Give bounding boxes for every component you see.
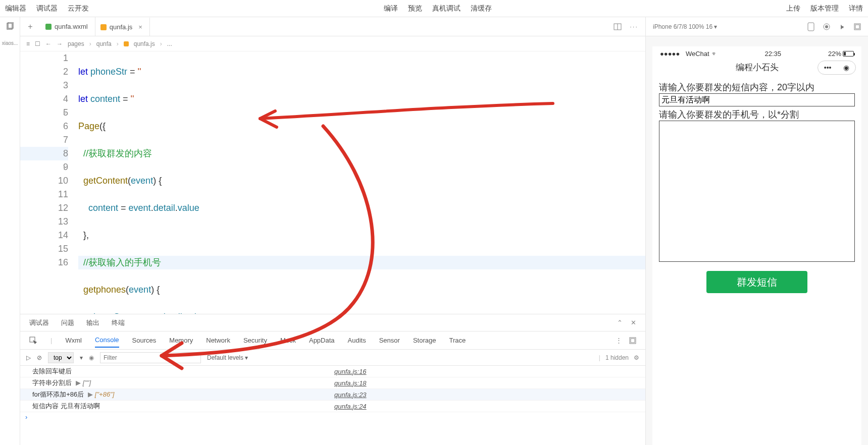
devtab-trace[interactable]: Trace (449, 333, 466, 347)
devtab-wxml[interactable]: Wxml (65, 333, 82, 347)
debug-tab[interactable]: 问题 (61, 318, 74, 327)
clear-icon[interactable]: ⊘ (37, 354, 42, 361)
devtab-audits[interactable]: Audits (348, 333, 366, 347)
console-row[interactable]: for循环添加+86后 ▶["+86"]qunfa.js:23 (20, 389, 645, 401)
app-titlebar: 编程小石头 •••◉ (653, 59, 861, 79)
menu-clear-cache[interactable]: 清缓存 (471, 4, 492, 13)
devtab-network[interactable]: Network (206, 333, 230, 347)
phone-icon[interactable] (807, 22, 814, 31)
menu-editor[interactable]: 编辑器 (5, 4, 26, 13)
more-icon[interactable]: ••• (824, 64, 832, 72)
more-icon[interactable]: ··· (630, 23, 638, 30)
capsule-buttons[interactable]: •••◉ (818, 61, 856, 75)
mute-icon[interactable]: 🕨 (839, 23, 846, 31)
status-time: 22:35 (765, 50, 782, 58)
menu-cloud[interactable]: 云开发 (68, 4, 89, 13)
new-tab-button[interactable]: + (20, 22, 40, 31)
file-icon (45, 24, 52, 30)
forward-icon[interactable]: → (57, 40, 63, 47)
filter-input[interactable] (100, 352, 201, 363)
dock-icon[interactable] (629, 337, 636, 344)
chevron-down-icon[interactable]: ▾ (80, 354, 83, 361)
devtab-appdata[interactable]: AppData (309, 333, 335, 347)
crumb[interactable]: qunfa.js (134, 40, 155, 47)
file-icon (100, 24, 107, 30)
play-icon[interactable]: ▷ (26, 354, 31, 361)
console-row[interactable]: 短信内容 元旦有活动啊qunfa.js:24 (20, 401, 645, 412)
source-link[interactable]: qunfa.js:23 (334, 391, 636, 399)
menu-icon[interactable]: ≡ (26, 40, 30, 47)
menu-remote-debug[interactable]: 真机调试 (432, 4, 461, 13)
dock-icon[interactable] (854, 23, 861, 30)
crumb[interactable]: qunfa (96, 40, 112, 47)
content-label: 请输入你要群发的短信内容，20字以内 (659, 81, 855, 93)
wifi-icon: ᯤ (711, 50, 718, 58)
menu-version[interactable]: 版本管理 (810, 4, 839, 13)
target-icon[interactable]: ◉ (843, 64, 849, 72)
close-icon[interactable]: × (138, 23, 142, 31)
inspect-icon[interactable] (29, 337, 37, 345)
file-icon (124, 41, 129, 46)
more-icon[interactable]: ⋮ (616, 337, 622, 344)
device-select[interactable]: iPhone 6/7/8 100% 16 ▾ (653, 23, 717, 30)
source-link[interactable]: qunfa.js:18 (334, 379, 636, 387)
chevron-up-icon[interactable]: ⌃ (617, 319, 623, 326)
console-prompt[interactable]: › (20, 412, 645, 422)
hidden-count: 1 hidden (605, 354, 629, 361)
console-row[interactable]: 去除回车键后qunfa.js:16 (20, 366, 645, 377)
source-link[interactable]: qunfa.js:24 (334, 403, 636, 410)
devtab-storage[interactable]: Storage (413, 333, 436, 347)
crumb[interactable]: pages (68, 40, 84, 47)
phones-label: 请输入你要群发的手机号，以*分割 (659, 108, 855, 121)
console-output[interactable]: 去除回车键后qunfa.js:16 字符串分割后 ▶[""]qunfa.js:1… (20, 366, 645, 445)
send-button[interactable]: 群发短信 (706, 271, 807, 293)
phone-screen: ●●●●● WeChatᯤ 22:35 22% 编程小石头 •••◉ 请输入你要… (652, 46, 861, 445)
fold-icon[interactable]: ⌄ (61, 163, 67, 170)
devtab-mock[interactable]: Mock (280, 333, 296, 347)
console-toolbar: ▷ ⊘ top ▾ ◉ Default levels ▾ | 1 hidden … (20, 350, 645, 366)
back-icon[interactable]: ← (45, 40, 52, 47)
devtab-security[interactable]: Security (243, 333, 267, 347)
form-area: 请输入你要群发的短信内容，20字以内 请输入你要群发的手机号，以*分割 群发短信 (653, 79, 861, 293)
tab-label: qunfa.js (110, 23, 133, 31)
debug-tab[interactable]: 终端 (112, 318, 125, 327)
menu-left: 编辑器 调试器 云开发 (5, 4, 89, 13)
tab-qunfa-js[interactable]: qunfa.js × (95, 17, 150, 36)
battery-icon (843, 51, 854, 57)
fold-icon[interactable]: ⌄ (61, 109, 67, 115)
menu-upload[interactable]: 上传 (786, 4, 800, 13)
gear-icon[interactable]: ⚙ (634, 354, 639, 361)
activity-bar: xiaos... (0, 17, 20, 445)
debug-tab[interactable]: 调试器 (29, 318, 49, 327)
code-editor[interactable]: 1 2 3 4 ⌄5 6 7 8 ⌄9 10 11 12 13 14 15 16… (20, 51, 645, 314)
code-source[interactable]: let phoneStr = '' let content = '' Page(… (78, 51, 645, 314)
devtab-sources[interactable]: Sources (132, 333, 157, 347)
eye-icon[interactable]: ◉ (89, 354, 94, 361)
menu-details[interactable]: 详情 (849, 4, 863, 13)
devtab-console[interactable]: Console (95, 333, 119, 348)
menu-preview[interactable]: 预览 (408, 4, 422, 13)
menu-debugger[interactable]: 调试器 (36, 4, 58, 13)
scope-select[interactable]: top (48, 352, 74, 363)
crumb: ... (167, 40, 172, 47)
menu-bar: 编辑器 调试器 云开发 编译 预览 真机调试 清缓存 上传 版本管理 详情 (0, 0, 868, 17)
content-input[interactable] (659, 93, 855, 106)
console-row[interactable]: 字符串分割后 ▶[""]qunfa.js:18 (20, 377, 645, 389)
close-icon[interactable]: ✕ (631, 319, 636, 326)
tab-qunfa-wxml[interactable]: qunfa.wxml (40, 17, 95, 36)
menu-compile[interactable]: 编译 (384, 4, 398, 13)
source-link[interactable]: qunfa.js:16 (334, 368, 636, 375)
debug-tab[interactable]: 输出 (86, 318, 99, 327)
levels-select[interactable]: Default levels ▾ (207, 354, 248, 361)
phones-textarea[interactable] (659, 121, 855, 262)
preview-toolbar: iPhone 6/7/8 100% 16 ▾ 🕨 (646, 17, 868, 36)
split-icon[interactable] (614, 23, 622, 31)
record-icon[interactable] (823, 23, 831, 31)
app-title: 编程小石头 (736, 62, 779, 73)
files-icon[interactable] (6, 22, 14, 30)
devtab-memory[interactable]: Memory (169, 333, 193, 347)
bookmark-icon[interactable]: ☐ (35, 40, 40, 47)
devtab-sensor[interactable]: Sensor (379, 333, 400, 347)
editor-pane: + qunfa.wxml qunfa.js × ··· ≡ ☐ ← → (20, 17, 646, 445)
tab-label: qunfa.wxml (55, 23, 88, 30)
